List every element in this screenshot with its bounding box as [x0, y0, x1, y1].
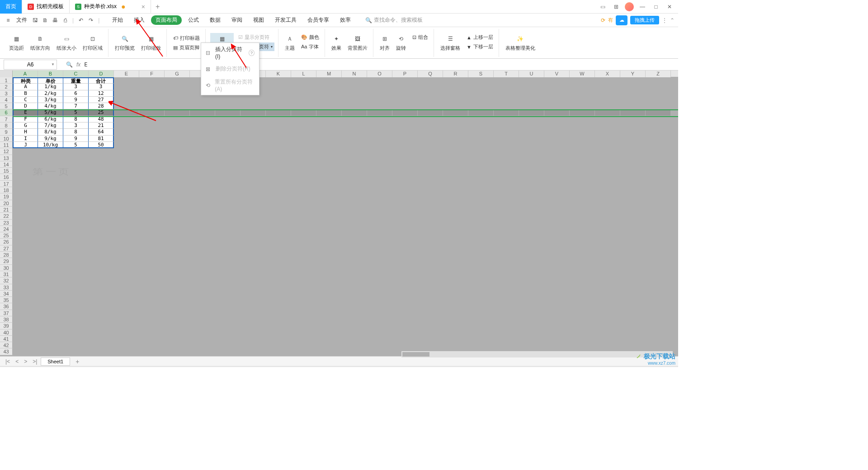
cell[interactable]: [519, 342, 544, 348]
cell[interactable]: [443, 297, 468, 303]
cell[interactable]: [139, 200, 165, 207]
cell[interactable]: [595, 303, 620, 310]
cell[interactable]: [646, 336, 671, 342]
cell[interactable]: [13, 336, 38, 342]
cell[interactable]: [13, 207, 38, 213]
cell[interactable]: [646, 226, 671, 232]
cell[interactable]: [392, 291, 418, 297]
cell[interactable]: H: [13, 129, 38, 135]
cell[interactable]: [165, 109, 190, 116]
cell[interactable]: [570, 168, 595, 174]
cell[interactable]: [367, 200, 392, 207]
cell[interactable]: 64: [89, 129, 114, 135]
cell[interactable]: [139, 193, 165, 200]
cell[interactable]: [392, 258, 418, 264]
cell[interactable]: [316, 168, 342, 174]
cell[interactable]: [316, 213, 342, 219]
cell[interactable]: [342, 213, 367, 219]
cell[interactable]: [367, 148, 392, 155]
color-button[interactable]: 🎨颜色: [299, 33, 321, 42]
cell[interactable]: [443, 136, 468, 142]
tab-start[interactable]: 开始: [108, 15, 127, 25]
cell[interactable]: [291, 181, 316, 187]
cell[interactable]: [494, 336, 519, 342]
cell[interactable]: [89, 329, 114, 336]
cloud-icon[interactable]: ☁: [616, 15, 627, 25]
chevron-down-icon[interactable]: ▼: [51, 62, 55, 66]
row-header[interactable]: 17: [0, 181, 13, 187]
cell[interactable]: [418, 271, 443, 277]
cell[interactable]: [544, 258, 570, 264]
cell[interactable]: [620, 129, 646, 135]
cell[interactable]: [646, 316, 671, 323]
cell[interactable]: [595, 213, 620, 219]
cell[interactable]: [63, 342, 89, 348]
cell[interactable]: [443, 265, 468, 271]
cell[interactable]: [38, 232, 63, 239]
cell[interactable]: [89, 342, 114, 348]
cell[interactable]: [494, 252, 519, 258]
cell[interactable]: [494, 187, 519, 193]
cell[interactable]: [114, 232, 139, 239]
cell[interactable]: [89, 239, 114, 245]
cell[interactable]: [241, 303, 266, 310]
cell[interactable]: [89, 323, 114, 329]
cell[interactable]: [342, 207, 367, 213]
cell[interactable]: [266, 284, 291, 291]
cell[interactable]: [165, 122, 190, 129]
cell[interactable]: [570, 226, 595, 232]
cell[interactable]: [519, 323, 544, 329]
cell[interactable]: [570, 297, 595, 303]
cell[interactable]: [468, 284, 494, 291]
cell[interactable]: [38, 303, 63, 310]
cell[interactable]: [13, 258, 38, 264]
cell[interactable]: [595, 329, 620, 336]
cell[interactable]: [570, 161, 595, 168]
cell[interactable]: [190, 161, 215, 168]
cell[interactable]: [114, 271, 139, 277]
cell[interactable]: [620, 84, 646, 90]
cell[interactable]: [494, 284, 519, 291]
cell[interactable]: [165, 323, 190, 329]
cell[interactable]: [570, 90, 595, 97]
cell[interactable]: [519, 129, 544, 135]
cell[interactable]: [114, 187, 139, 193]
cell[interactable]: [190, 239, 215, 245]
hamburger-icon[interactable]: ≡: [4, 16, 13, 25]
cell[interactable]: [494, 303, 519, 310]
cell[interactable]: [418, 329, 443, 336]
cell[interactable]: [570, 122, 595, 129]
cell[interactable]: [342, 193, 367, 200]
cell[interactable]: [89, 193, 114, 200]
cell[interactable]: [646, 181, 671, 187]
cell[interactable]: [367, 316, 392, 323]
cell[interactable]: [595, 239, 620, 245]
cell[interactable]: [165, 258, 190, 264]
cell[interactable]: [646, 148, 671, 155]
cell[interactable]: [316, 239, 342, 245]
cell[interactable]: [63, 297, 89, 303]
cell[interactable]: [443, 220, 468, 226]
cell[interactable]: [190, 207, 215, 213]
cell[interactable]: [190, 323, 215, 329]
cell[interactable]: [13, 277, 38, 284]
cell[interactable]: [215, 329, 241, 336]
cell[interactable]: [646, 187, 671, 193]
cell[interactable]: [114, 109, 139, 116]
avatar[interactable]: [625, 2, 634, 11]
cell[interactable]: [494, 84, 519, 90]
cell[interactable]: [241, 193, 266, 200]
row-header[interactable]: 31: [0, 271, 13, 277]
cell[interactable]: [468, 161, 494, 168]
col-header-Q[interactable]: Q: [418, 70, 443, 77]
cell[interactable]: [266, 97, 291, 103]
cell[interactable]: [266, 316, 291, 323]
cell[interactable]: [114, 213, 139, 219]
cell[interactable]: [342, 142, 367, 148]
row-header[interactable]: 24: [0, 226, 13, 232]
cell[interactable]: [139, 174, 165, 180]
cell[interactable]: [241, 220, 266, 226]
cell[interactable]: [266, 277, 291, 284]
col-header-W[interactable]: W: [570, 70, 595, 77]
cell[interactable]: [139, 336, 165, 342]
